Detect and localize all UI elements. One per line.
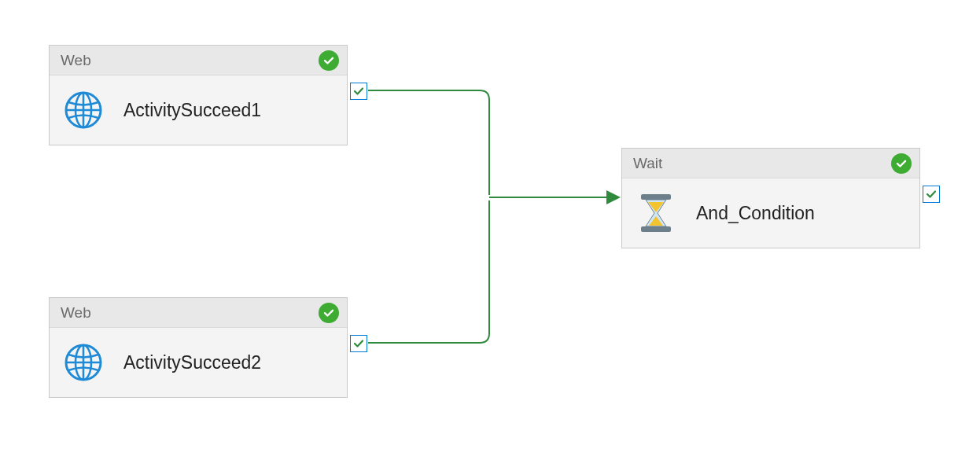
node-title: ActivitySucceed1: [123, 100, 261, 121]
status-success-icon: [319, 50, 339, 71]
node-type-label: Web: [61, 52, 319, 69]
node-type-label: Wait: [633, 155, 891, 172]
node-body: ActivitySucceed2: [50, 328, 347, 397]
globe-icon: [64, 90, 103, 130]
status-success-icon: [891, 153, 912, 174]
output-port-success[interactable]: [350, 335, 367, 352]
node-header: Web: [50, 46, 347, 75]
output-port-success[interactable]: [923, 186, 940, 203]
pipeline-canvas[interactable]: Web ActivitySucceed1: [0, 0, 980, 456]
activity-node-wait[interactable]: Wait And_Condition: [621, 148, 920, 248]
activity-node-web-2[interactable]: Web ActivitySucceed2: [49, 297, 348, 398]
hourglass-icon: [636, 193, 676, 233]
output-port-success[interactable]: [350, 83, 367, 100]
svg-rect-8: [641, 194, 671, 200]
node-header: Wait: [622, 149, 919, 178]
node-body: And_Condition: [622, 178, 919, 248]
node-title: And_Condition: [696, 203, 815, 224]
globe-icon: [64, 343, 103, 382]
node-body: ActivitySucceed1: [50, 75, 347, 145]
node-header: Web: [50, 298, 347, 328]
node-type-label: Web: [61, 304, 319, 322]
node-title: ActivitySucceed2: [123, 352, 261, 373]
svg-rect-9: [641, 226, 671, 232]
edge-n2-n3: [368, 200, 489, 343]
activity-node-web-1[interactable]: Web ActivitySucceed1: [49, 45, 348, 145]
status-success-icon: [319, 303, 339, 323]
edge-n1-n3: [368, 90, 489, 195]
